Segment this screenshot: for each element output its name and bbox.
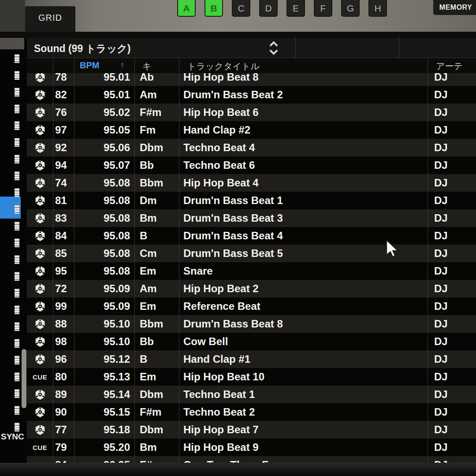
track-row[interactable]: 8595.08CmDrum'n Bass Beat 5DJ <box>27 245 476 262</box>
track-row[interactable]: 9895.10BbCow BellDJ <box>27 333 476 350</box>
hot-cue-button-h[interactable]: H <box>368 0 387 17</box>
mini-marker-chip <box>13 271 21 282</box>
playlist-selector[interactable]: Sound (99 トラック) <box>27 38 476 58</box>
track-row[interactable]: 9295.06DbmTechno Beat 4DJ <box>27 139 476 156</box>
track-key: F#m <box>134 406 179 418</box>
track-title: Snare <box>179 265 428 277</box>
mini-marker-chip <box>13 204 21 215</box>
track-key: Bbm <box>134 177 179 189</box>
track-bpm: 95.01 <box>74 89 134 101</box>
track-row[interactable]: 9795.05FmHand Clap #2DJ <box>27 121 476 139</box>
hot-cue-button-b[interactable]: B <box>205 0 223 17</box>
mini-marker-chip <box>13 170 21 182</box>
mouse-cursor <box>384 240 399 257</box>
track-icon <box>27 177 53 189</box>
track-icon <box>27 353 53 365</box>
track-bpm: 95.10 <box>74 335 134 348</box>
track-icon <box>27 142 53 153</box>
track-key: Cm <box>134 247 179 260</box>
memory-button[interactable]: MEMORY <box>433 0 476 15</box>
track-number: 96 <box>53 353 74 365</box>
playlist-name: Sound (99 トラック) <box>34 42 130 56</box>
column-header-bpm[interactable]: BPM <box>80 60 99 71</box>
track-icon <box>27 230 53 242</box>
track-row[interactable]: 7295.09AmHip Hop Beat 2DJ <box>27 280 476 298</box>
track-row[interactable]: 8495.08BDrum'n Bass Beat 4DJ <box>27 227 476 245</box>
track-row[interactable]: 9495.07BbTechno Beat 6DJ <box>27 156 476 174</box>
scrollbar-thumb[interactable] <box>22 349 26 408</box>
track-row[interactable]: 9595.08EmSnareDJ <box>27 262 476 280</box>
mini-marker-chip <box>13 137 21 148</box>
tab-grid[interactable]: GRID <box>25 6 75 32</box>
track-title: Techno Beat 4 <box>179 141 428 154</box>
track-row[interactable]: 8995.14DbmTechno Beat 1DJ <box>27 386 476 403</box>
track-row[interactable]: 9695.12BHand Clap #1DJ <box>27 350 476 368</box>
column-header-key[interactable]: キ <box>142 60 151 72</box>
track-row[interactable]: 9095.15F#mTechno Beat 2DJ <box>27 403 476 421</box>
left-panel-header-block <box>0 38 24 49</box>
track-number: 95 <box>53 265 74 277</box>
track-key: F#m <box>134 459 179 463</box>
track-bpm: 95.12 <box>74 353 134 365</box>
hot-cue-label: E <box>293 4 299 13</box>
hot-cue-button-f[interactable]: F <box>314 0 332 17</box>
mini-marker-chip <box>13 53 21 64</box>
left-panel: SYNC MA <box>0 38 28 476</box>
column-header-artist[interactable]: アーテ <box>436 60 463 72</box>
track-artist: DJ <box>428 283 476 295</box>
grid-tab-label: GRID <box>38 13 62 23</box>
track-row[interactable]: CUE7995.20BmHip Hop Beat 9DJ <box>27 439 476 456</box>
track-icon <box>27 73 53 83</box>
track-row[interactable]: CUE8496.25F#mOne Two Three FourDJ <box>27 456 476 463</box>
track-number: 81 <box>53 194 74 207</box>
track-row[interactable]: 7795.18DbmHip Hop Beat 7DJ <box>27 421 476 439</box>
track-number: 85 <box>53 247 74 260</box>
track-icon <box>27 107 53 118</box>
track-bpm: 95.08 <box>74 194 134 207</box>
track-bpm: 95.08 <box>74 230 134 242</box>
track-artist: DJ <box>428 335 476 348</box>
hot-cue-button-c[interactable]: C <box>232 0 250 17</box>
track-bpm: 95.05 <box>74 124 134 136</box>
track-key: Ab <box>134 73 179 83</box>
track-number: 90 <box>53 406 74 418</box>
track-artist: DJ <box>428 159 476 171</box>
track-key: Am <box>134 89 179 101</box>
mini-marker-chip <box>13 338 21 349</box>
track-artist: DJ <box>428 73 476 83</box>
track-icon <box>27 318 53 330</box>
track-title: One Two Three Four <box>179 459 428 463</box>
column-header-title[interactable]: トラックタイトル <box>187 60 260 72</box>
hot-cue-button-e[interactable]: E <box>286 0 305 17</box>
track-bpm: 95.09 <box>74 300 134 312</box>
track-row[interactable]: 9995.09EmReference BeatDJ <box>27 298 476 315</box>
track-bpm: 95.08 <box>74 265 134 277</box>
track-key: Dbm <box>134 388 179 401</box>
track-row[interactable]: 8295.01AmDrum'n Bass Beat 2DJ <box>27 86 476 104</box>
track-row[interactable]: 8895.10BbmDrum'n Bass Beat 8DJ <box>27 315 476 333</box>
hot-cue-button-d[interactable]: D <box>259 0 278 17</box>
track-row[interactable]: 7695.02F#mHip Hop Beat 6DJ <box>27 104 476 121</box>
track-number: 72 <box>53 283 74 295</box>
track-icon <box>27 89 53 100</box>
track-row[interactable]: 7895.01AbHip Hop Beat 8DJ <box>27 73 476 86</box>
track-row[interactable]: 7495.08BbmHip Hop Beat 4DJ <box>27 174 476 192</box>
track-row[interactable]: 8195.08DmDrum'n Bass Beat 1DJ <box>27 192 476 209</box>
track-row[interactable]: 8395.08BmDrum'n Bass Beat 3DJ <box>27 209 476 227</box>
track-icon <box>27 212 53 224</box>
hot-cue-button-g[interactable]: G <box>341 0 360 17</box>
track-bpm: 95.06 <box>74 141 134 154</box>
mini-marker-chip <box>13 237 21 249</box>
track-artist: DJ <box>428 247 476 260</box>
header-divider <box>295 38 296 58</box>
chevron-up-down-icon[interactable] <box>268 41 279 56</box>
track-artist: DJ <box>428 388 476 401</box>
mini-marker-chip <box>13 187 21 198</box>
track-bpm: 95.18 <box>74 424 134 436</box>
track-bpm: 95.09 <box>74 283 134 295</box>
track-bpm: 95.08 <box>74 177 134 189</box>
track-title: Cow Bell <box>179 335 428 348</box>
track-key: Em <box>134 371 179 383</box>
hot-cue-button-a[interactable]: A <box>177 0 196 17</box>
track-row[interactable]: CUE8095.13EmHip Hop Beat 10DJ <box>27 368 476 386</box>
